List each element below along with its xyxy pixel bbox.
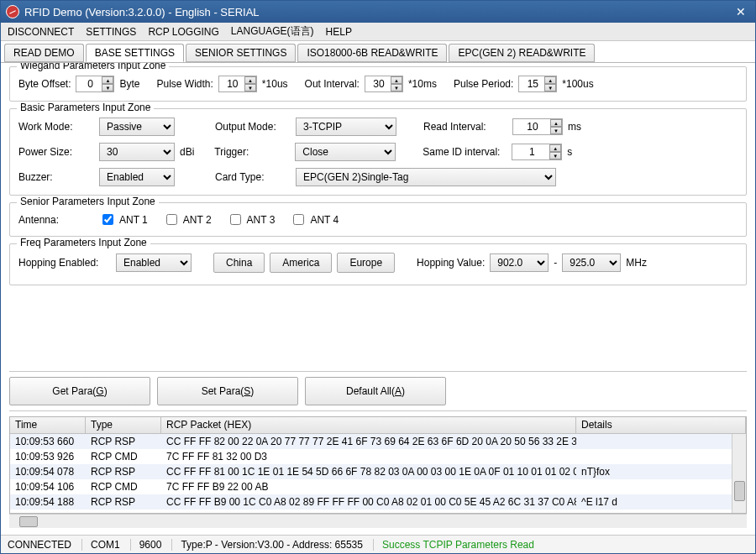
status-baud: 9600 [139, 539, 173, 551]
ant1-check[interactable]: ANT 1 [99, 212, 148, 227]
menu-settings[interactable]: SETTINGS [86, 26, 136, 38]
col-type[interactable]: Type [86, 417, 161, 433]
close-icon[interactable]: ✕ [732, 4, 750, 19]
trigger-select[interactable]: Close [295, 143, 396, 161]
sameid-label: Same ID interval: [423, 146, 507, 158]
ant4-checkbox[interactable] [293, 214, 304, 225]
window-title: RFID Demo (Version:3.2.0.0) - English - … [24, 6, 732, 18]
legend-basic: Basic Parameters Input Zone [17, 102, 154, 113]
spinner-icon[interactable]: ▲▼ [391, 76, 402, 91]
output-mode-label: Output Mode: [215, 121, 291, 133]
tabstrip: READ DEMO BASE SETTINGS SENIOR SETTINGS … [1, 41, 755, 63]
action-row: Get Para(G) Set Para(S) Default All(A) [9, 371, 747, 411]
col-details[interactable]: Details [576, 417, 746, 433]
antenna-label: Antenna: [18, 214, 94, 226]
ant3-check[interactable]: ANT 3 [227, 212, 276, 227]
america-button[interactable]: America [270, 253, 332, 273]
buzzer-label: Buzzer: [18, 171, 94, 183]
europe-button[interactable]: Europe [337, 253, 395, 273]
set-para-button[interactable]: Set Para(S) [157, 377, 298, 405]
menu-language[interactable]: LANGUAGE(语言) [231, 24, 314, 39]
power-unit: dBi [180, 146, 194, 158]
power-size-select[interactable]: 30 [99, 143, 175, 161]
menu-rcp-logging[interactable]: RCP LOGGING [148, 26, 218, 38]
tab-epc-gen2[interactable]: EPC(GEN 2) READ&WRITE [449, 44, 595, 62]
work-mode-select[interactable]: Passive [99, 118, 175, 136]
ant2-label: ANT 2 [183, 214, 212, 226]
byte-unit: Byte [119, 78, 139, 90]
ant1-label: ANT 1 [119, 214, 148, 226]
spinner-icon[interactable]: ▲▼ [244, 76, 256, 91]
statusbar: CONNECTED COM1 9600 Type:P - Version:V3.… [1, 535, 755, 553]
pulse-width-unit: *10us [262, 78, 288, 90]
group-freq: Freq Parameters Input Zone Hopping Enabl… [9, 243, 747, 285]
out-interval-unit: *10ms [408, 78, 437, 90]
table-row[interactable]: 10:09:53 926RCP CMD7C FF FF 81 32 00 D3 [10, 449, 746, 464]
legend-freq: Freq Parameters Input Zone [17, 237, 150, 248]
trigger-label: Trigger: [214, 146, 290, 158]
menu-disconnect[interactable]: DISCONNECT [8, 26, 74, 38]
pulse-width-label: Pulse Width: [157, 78, 213, 90]
hopping-select[interactable]: Enabled [116, 253, 192, 272]
pulse-period-label: Pulse Period: [454, 78, 513, 90]
default-all-button[interactable]: Default All(A) [305, 377, 446, 405]
buzzer-select[interactable]: Enabled [99, 168, 175, 186]
tab-iso18000[interactable]: ISO18000-6B READ&WRITE [297, 44, 447, 62]
col-time[interactable]: Time [10, 417, 86, 433]
hscrollbar[interactable] [9, 514, 747, 528]
cardtype-select[interactable]: EPC(GEN 2)Single-Tag [296, 168, 556, 186]
tab-read-demo[interactable]: READ DEMO [4, 44, 84, 62]
group-senior: Senior Parameters Input Zone Antenna: AN… [9, 202, 747, 237]
spinner-icon[interactable]: ▲▼ [550, 119, 562, 134]
ant1-checkbox[interactable] [102, 214, 113, 225]
group-basic: Basic Parameters Input Zone Work Mode: P… [9, 108, 747, 196]
col-packet[interactable]: RCP Packet (HEX) [161, 417, 576, 433]
grid-vscroll[interactable] [732, 434, 746, 513]
spinner-icon[interactable]: ▲▼ [102, 76, 113, 91]
ant2-checkbox[interactable] [166, 214, 177, 225]
log-grid: Time Type RCP Packet (HEX) Details 10:09… [9, 416, 747, 514]
hopping-lo-select[interactable]: 902.0 [490, 253, 549, 272]
output-mode-select[interactable]: 3-TCPIP [296, 118, 396, 136]
hopping-value-label: Hopping Value: [417, 257, 485, 269]
table-row[interactable]: 10:09:53 660RCP RSPCC FF FF 82 00 22 0A … [10, 434, 746, 449]
byte-offset-label: Byte Offset: [18, 78, 71, 90]
tab-base-settings[interactable]: BASE SETTINGS [86, 44, 184, 62]
sameid-unit: s [567, 146, 572, 158]
menubar: DISCONNECT SETTINGS RCP LOGGING LANGUAGE… [1, 23, 755, 41]
read-interval-label: Read Interval: [423, 121, 507, 133]
ant4-label: ANT 4 [310, 214, 339, 226]
ant3-checkbox[interactable] [230, 214, 241, 225]
read-interval-unit: ms [568, 121, 581, 133]
pulse-period-unit: *100us [562, 78, 593, 90]
ant4-check[interactable]: ANT 4 [290, 212, 339, 227]
work-mode-label: Work Mode: [18, 121, 94, 133]
power-size-label: Power Size: [18, 146, 94, 158]
group-wiegand: Wiegand Parameters Input Zone Byte Offse… [9, 66, 747, 102]
table-row[interactable]: 10:09:54 188RCP RSPCC FF FF B9 00 1C C0 … [10, 494, 746, 510]
table-row[interactable]: 10:09:54 106RCP CMD7C FF FF B9 22 00 AB [10, 479, 746, 494]
status-com: COM1 [91, 539, 131, 551]
get-para-button[interactable]: Get Para(G) [9, 377, 150, 405]
tab-senior-settings[interactable]: SENIOR SETTINGS [186, 44, 296, 62]
cardtype-label: Card Type: [215, 171, 291, 183]
menu-help[interactable]: HELP [326, 26, 352, 38]
china-button[interactable]: China [213, 253, 265, 273]
out-interval-label: Out Interval: [305, 78, 360, 90]
status-info: Type:P - Version:V3.00 - Address: 65535 [181, 539, 374, 551]
spinner-icon[interactable]: ▲▼ [549, 144, 561, 159]
ant2-check[interactable]: ANT 2 [163, 212, 212, 227]
hopping-unit: MHz [626, 257, 647, 269]
hopping-label: Hopping Enabled: [18, 257, 111, 269]
dash: - [554, 257, 557, 269]
legend-senior: Senior Parameters Input Zone [17, 196, 159, 207]
ant3-label: ANT 3 [247, 214, 276, 226]
table-row[interactable]: 10:09:54 078RCP RSPCC FF FF 81 00 1C 1E … [10, 464, 746, 479]
hopping-hi-select[interactable]: 925.0 [562, 253, 621, 272]
legend-wiegand: Wiegand Parameters Input Zone [17, 63, 169, 71]
spinner-icon[interactable]: ▲▼ [544, 76, 556, 91]
status-connected: CONNECTED [8, 539, 82, 551]
status-success: Success TCPIP Parameters Read [382, 539, 534, 551]
app-icon [6, 5, 19, 18]
